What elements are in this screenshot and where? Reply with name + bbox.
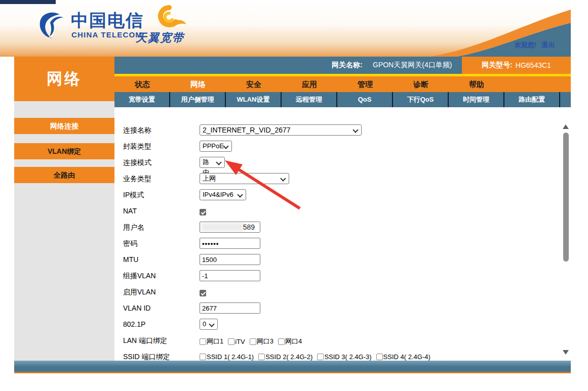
menu-item-status[interactable]: 状态 — [114, 76, 170, 92]
redaction-blur — [201, 223, 244, 231]
ssid-port-binding-label: SSID 端口绑定 — [123, 349, 197, 361]
lan-port-binding-label: LAN 端口绑定 — [123, 332, 197, 349]
form-row: 连接名称 2_INTERNET_R_VID_2677 — [114, 122, 560, 138]
form-row: 密码 — [114, 235, 560, 251]
form-row: 组播VLAN — [114, 268, 560, 284]
chevron-down-icon — [216, 159, 221, 165]
sidebar-item-vlan-binding[interactable]: VLAN绑定 — [14, 143, 114, 159]
form-row: VLAN ID — [114, 300, 560, 316]
password-label: 密码 — [123, 235, 197, 251]
enable-vlan-label: 启用VLAN — [123, 284, 197, 300]
tab-user-side-mgmt[interactable]: 用户侧管理 — [170, 92, 226, 107]
gateway-name-value: GPON天翼网关(4口单频) — [373, 61, 452, 70]
form-row: 802.1P 0 — [114, 316, 560, 332]
connection-mode-label: 连接模式 — [123, 154, 197, 170]
china-telecom-logo-icon — [36, 9, 68, 40]
tab-qos[interactable]: QoS — [337, 92, 393, 107]
multicast-vlan-label: 组播VLAN — [123, 268, 197, 284]
form-row: NAT — [114, 203, 560, 219]
menu-item-diagnosis[interactable]: 诊断 — [393, 76, 449, 92]
service-type-label: 业务类型 — [123, 170, 197, 187]
encapsulation-type-select[interactable]: PPPoE — [200, 141, 232, 152]
ssid2-checkbox[interactable] — [258, 354, 265, 360]
form-row: 连接模式 路由 — [114, 154, 560, 170]
form-row: 封装类型 PPPoE — [114, 138, 560, 154]
scrollbar-thumb[interactable] — [563, 133, 569, 262]
mtu-input[interactable] — [200, 254, 260, 265]
scrollbar-down-arrow[interactable] — [563, 350, 569, 355]
connection-name-select[interactable]: 2_INTERNET_R_VID_2677 — [200, 124, 362, 136]
vlan-id-input[interactable] — [200, 302, 260, 314]
welcome-text: 欢迎您! — [515, 41, 536, 49]
enable-vlan-checkbox[interactable] — [200, 290, 206, 296]
chevron-down-icon — [223, 143, 228, 149]
menu-item-application[interactable]: 应用 — [282, 76, 337, 92]
menu-item-management[interactable]: 管理 — [337, 76, 393, 92]
router-admin-page: 中国电信 CHINA TELECOM 天翼宽带 欢迎您!退出 网关名称: GPO… — [0, 0, 588, 391]
lan-port1-checkbox[interactable] — [200, 338, 206, 345]
connection-mode-select[interactable]: 路由 — [200, 157, 225, 168]
tianyi-swirl-icon — [150, 5, 186, 32]
username-input[interactable]: 589 — [200, 222, 260, 233]
chevron-down-icon — [352, 127, 358, 133]
chevron-down-icon — [209, 321, 214, 327]
form-row: MTU — [114, 251, 560, 268]
sidebar-item-full-route[interactable]: 全路由 — [14, 167, 114, 183]
main-menu: 状态 网络 安全 应用 管理 诊断 帮助 — [114, 76, 571, 92]
ip-mode-label: IP模式 — [123, 187, 197, 203]
scrollbar-up-arrow[interactable] — [563, 124, 569, 129]
gateway-model-label: 网关型号: — [482, 61, 513, 70]
form-row: LAN 端口绑定 网口1 iTV 网口3 网口4 — [114, 332, 560, 349]
username-label: 用户名 — [123, 219, 197, 235]
lan-port4-checkbox[interactable] — [278, 338, 285, 345]
service-type-select[interactable]: 上网 — [200, 173, 289, 184]
tab-downstream-qos[interactable]: 下行QoS — [393, 92, 449, 107]
logo-text-cn: 中国电信 — [71, 11, 144, 29]
gateway-name-bar: 网关名称: GPON天翼网关(4口单频) — [114, 57, 462, 74]
ssid3-checkbox[interactable] — [317, 354, 324, 360]
gateway-name-label: 网关名称: — [332, 61, 363, 70]
ssid4-checkbox[interactable] — [376, 354, 383, 360]
menu-item-security[interactable]: 安全 — [226, 76, 282, 92]
gateway-model-box: 网关型号: HG6543C1 — [462, 57, 571, 74]
ssid-checkbox-group: SSID 1( 2.4G-1) SSID 2( 2.4G-2) SSID 3( … — [200, 353, 430, 361]
gateway-model-value: HG6543C1 — [516, 61, 551, 69]
tab-route-config[interactable]: 路由配置 — [504, 92, 560, 107]
sub-tab-bar: 宽带设置 用户侧管理 WLAN设置 远程管理 QoS 下行QoS 时间管理 路由… — [114, 92, 571, 107]
password-input[interactable] — [200, 238, 260, 249]
menu-item-network[interactable]: 网络 — [170, 76, 226, 92]
menu-item-help[interactable]: 帮助 — [449, 76, 504, 92]
sidebar-item-network-connection[interactable]: 网络连接 — [14, 118, 114, 134]
ssid1-checkbox[interactable] — [200, 354, 206, 360]
chevron-down-icon — [280, 176, 286, 181]
username-visible-tail: 589 — [243, 223, 255, 231]
chevron-down-icon — [237, 192, 243, 197]
sidebar-title: 网络 — [14, 57, 114, 101]
tab-broadband-settings[interactable]: 宽带设置 — [114, 92, 170, 107]
form-row: 用户名 589 — [114, 219, 560, 235]
ip-mode-select[interactable]: IPv4&IPv6 — [200, 189, 246, 200]
8021p-label: 802.1P — [123, 316, 197, 332]
sidebar-panel: 网络连接 VLAN绑定 全路由 — [14, 101, 114, 361]
logout-link[interactable]: 退出 — [541, 41, 555, 49]
broadband-settings-form: 连接名称 2_INTERNET_R_VID_2677 封装类型 PPPoE 连接… — [114, 107, 571, 361]
page-header: 中国电信 CHINA TELECOM 天翼宽带 欢迎您!退出 — [0, 0, 571, 57]
nat-checkbox[interactable] — [200, 209, 206, 215]
lan-port3-checkbox[interactable] — [250, 338, 256, 345]
lan-port-checkbox-group: 网口1 iTV 网口3 网口4 — [200, 337, 302, 346]
mtu-label: MTU — [123, 251, 197, 268]
tab-remote-mgmt[interactable]: 远程管理 — [282, 92, 337, 107]
nat-label: NAT — [123, 203, 197, 219]
form-row: 业务类型 上网 — [114, 170, 560, 187]
sub-brand-text: 天翼宽带 — [136, 30, 184, 46]
tab-wlan-settings[interactable]: WLAN设置 — [226, 92, 282, 107]
corner-strip-decoration — [0, 0, 56, 4]
8021p-select[interactable]: 0 — [200, 319, 218, 330]
form-row: SSID 端口绑定 SSID 1( 2.4G-1) SSID 2( 2.4G-2… — [114, 349, 560, 361]
lan-itv-checkbox[interactable] — [228, 338, 234, 345]
form-row: 启用VLAN — [114, 284, 560, 300]
multicast-vlan-input[interactable] — [200, 270, 260, 281]
connection-name-label: 连接名称 — [123, 122, 197, 138]
logo-text-en: CHINA TELECOM — [71, 30, 142, 39]
tab-time-mgmt[interactable]: 时间管理 — [449, 92, 504, 107]
